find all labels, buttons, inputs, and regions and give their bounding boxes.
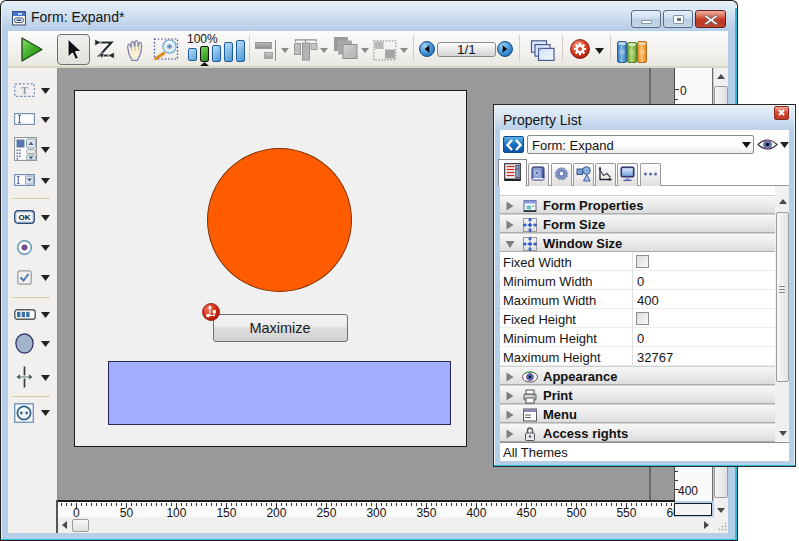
svg-text:OK: OK [19,213,31,222]
svg-text:T: T [21,85,28,96]
